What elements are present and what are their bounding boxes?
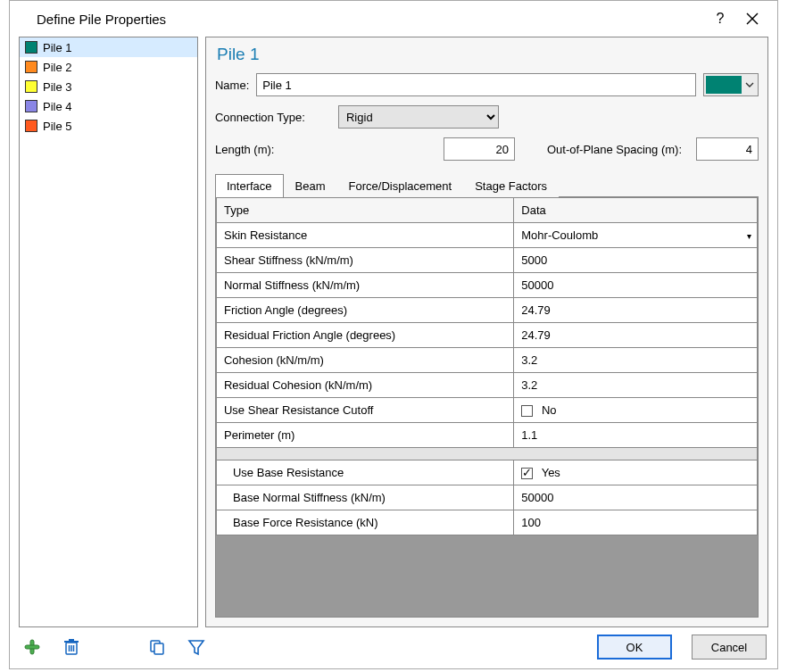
table-row[interactable]: Friction Angle (degrees)24.79 xyxy=(216,298,757,323)
table-row[interactable]: Shear Stiffness (kN/m/m)5000 xyxy=(216,248,757,273)
help-button[interactable]: ? xyxy=(704,5,736,32)
trash-icon xyxy=(63,638,79,656)
sidebar-item[interactable]: Pile 3 xyxy=(20,77,197,96)
funnel-icon xyxy=(187,638,205,656)
table-row[interactable]: Residual Friction Angle (degrees)24.79 xyxy=(216,323,757,348)
sidebar-item[interactable]: Pile 2 xyxy=(20,57,197,77)
color-swatch xyxy=(25,80,37,93)
delete-button[interactable] xyxy=(62,637,81,657)
bottom-toolbar: OK Cancel xyxy=(10,627,777,668)
table-row[interactable]: Skin ResistanceMohr-Coulomb▾ xyxy=(216,223,757,248)
chevron-down-icon: ▾ xyxy=(747,230,751,240)
table-row[interactable]: Normal Stiffness (kN/m/m)50000 xyxy=(216,273,757,298)
pile-list[interactable]: Pile 1Pile 2Pile 3Pile 4Pile 5 xyxy=(19,37,198,627)
svg-rect-11 xyxy=(154,643,163,654)
titlebar: Define Pile Properties ? xyxy=(10,1,777,37)
cell-data[interactable]: 3.2 xyxy=(514,348,758,373)
sidebar-item[interactable]: Pile 5 xyxy=(20,116,197,136)
table-row[interactable]: Perimeter (m)1.1 xyxy=(216,423,757,448)
cell-data[interactable]: No xyxy=(514,398,758,423)
oop-spacing-label: Out-of-Plane Spacing (m): xyxy=(547,143,682,156)
cell-type: Use Shear Resistance Cutoff xyxy=(216,398,513,423)
table-row[interactable]: Base Normal Stiffness (kN/m)50000 xyxy=(216,485,757,510)
cell-type: Normal Stiffness (kN/m/m) xyxy=(216,273,513,298)
cell-type: Perimeter (m) xyxy=(216,423,513,448)
sidebar-item-label: Pile 2 xyxy=(43,61,72,74)
cell-type: Skin Resistance xyxy=(216,223,513,248)
cancel-button[interactable]: Cancel xyxy=(692,635,767,660)
cell-data[interactable]: 24.79 xyxy=(514,298,758,323)
cell-data[interactable]: 100 xyxy=(514,510,758,535)
tab-stage-factors[interactable]: Stage Factors xyxy=(463,174,559,197)
cell-type: Residual Friction Angle (degrees) xyxy=(216,323,513,348)
plus-icon xyxy=(23,638,41,656)
color-swatch xyxy=(706,76,742,94)
svg-rect-9 xyxy=(69,639,74,641)
tab-strip: InterfaceBeamForce/DisplacementStage Fac… xyxy=(215,173,759,197)
grid-header-type[interactable]: Type xyxy=(216,198,513,223)
length-label: Length (m): xyxy=(215,143,331,156)
grid-header-data[interactable]: Data xyxy=(514,198,758,223)
table-row[interactable]: Use Shear Resistance Cutoff No xyxy=(216,398,757,423)
grid-spacer xyxy=(216,448,757,460)
sidebar-item-label: Pile 3 xyxy=(43,80,72,94)
tab-interface[interactable]: Interface xyxy=(215,174,284,197)
cell-data[interactable]: Mohr-Coulomb▾ xyxy=(514,223,758,248)
cell-data[interactable]: Yes xyxy=(514,460,758,485)
copy-icon xyxy=(148,638,166,656)
panel-heading: Pile 1 xyxy=(217,45,759,64)
name-input[interactable] xyxy=(256,73,696,96)
color-swatch xyxy=(25,120,37,132)
sidebar-item-label: Pile 5 xyxy=(43,120,72,133)
sidebar-item[interactable]: Pile 4 xyxy=(20,96,197,116)
color-picker[interactable] xyxy=(703,73,759,96)
close-button[interactable] xyxy=(736,5,768,32)
cell-type: Use Base Resistance xyxy=(216,460,513,485)
table-row[interactable]: Cohesion (kN/m/m)3.2 xyxy=(216,348,757,373)
sidebar-item-label: Pile 1 xyxy=(43,41,72,54)
tab-force-displacement[interactable]: Force/Displacement xyxy=(337,174,464,197)
checkbox-icon[interactable] xyxy=(521,405,533,417)
interface-grid[interactable]: Type Data Skin ResistanceMohr-Coulomb▾Sh… xyxy=(216,197,758,535)
svg-rect-8 xyxy=(64,641,79,643)
cell-data[interactable]: 5000 xyxy=(514,248,758,273)
cell-type: Friction Angle (degrees) xyxy=(216,298,513,323)
cell-data[interactable]: 1.1 xyxy=(514,423,758,448)
table-row[interactable]: Base Force Resistance (kN)100 xyxy=(216,510,757,535)
cell-data[interactable]: 3.2 xyxy=(514,373,758,398)
cell-data[interactable]: 50000 xyxy=(514,273,758,298)
grid-empty-area xyxy=(216,535,758,617)
filter-button[interactable] xyxy=(187,637,206,657)
properties-panel: Pile 1 Name: Connection Type: Rigid L xyxy=(205,37,768,627)
cell-type: Cohesion (kN/m/m) xyxy=(216,348,513,373)
window-title: Define Pile Properties xyxy=(37,12,704,27)
color-swatch xyxy=(25,41,37,54)
tab-beam[interactable]: Beam xyxy=(284,174,337,197)
cell-type: Shear Stiffness (kN/m/m) xyxy=(216,248,513,273)
add-button[interactable] xyxy=(22,637,42,657)
svg-marker-12 xyxy=(189,641,203,654)
ok-button[interactable]: OK xyxy=(597,635,672,660)
color-swatch xyxy=(25,100,37,112)
oop-spacing-input[interactable] xyxy=(696,137,759,161)
sidebar-item[interactable]: Pile 1 xyxy=(20,37,197,57)
cell-data[interactable]: 50000 xyxy=(514,485,758,510)
interface-grid-container: Type Data Skin ResistanceMohr-Coulomb▾Sh… xyxy=(215,197,759,618)
table-row[interactable]: Residual Cohesion (kN/m/m)3.2 xyxy=(216,373,757,398)
connection-label: Connection Type: xyxy=(215,111,331,124)
connection-select[interactable]: Rigid xyxy=(338,105,499,129)
color-swatch xyxy=(25,61,37,73)
dialog-window: Define Pile Properties ? Pile 1Pile 2Pil… xyxy=(9,0,778,669)
cell-data[interactable]: 24.79 xyxy=(514,323,758,348)
cell-type: Base Normal Stiffness (kN/m) xyxy=(216,485,513,510)
cell-type: Base Force Resistance (kN) xyxy=(216,510,513,535)
sidebar-item-label: Pile 4 xyxy=(43,100,72,113)
length-input[interactable] xyxy=(444,137,515,161)
copy-button[interactable] xyxy=(147,637,167,657)
cell-type: Residual Cohesion (kN/m/m) xyxy=(216,373,513,398)
table-row[interactable]: Use Base Resistance Yes xyxy=(216,460,757,485)
checkbox-icon[interactable] xyxy=(521,468,533,479)
close-icon xyxy=(746,12,759,25)
name-label: Name: xyxy=(215,79,249,92)
chevron-down-icon xyxy=(743,82,756,87)
